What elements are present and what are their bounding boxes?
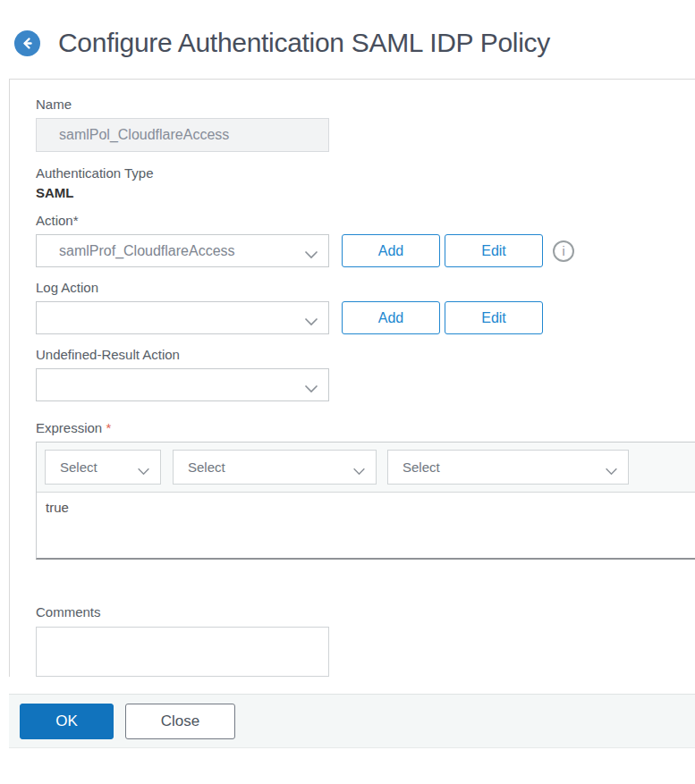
log-action-add-button[interactable]: Add (342, 301, 440, 334)
expression-select-1[interactable]: Select (45, 450, 161, 485)
expression-select-3[interactable]: Select (387, 450, 629, 485)
chevron-down-icon (304, 314, 318, 330)
comments-input[interactable] (36, 627, 329, 677)
expression-label: Expression * (36, 420, 695, 436)
log-action-edit-button[interactable]: Edit (445, 301, 543, 334)
action-select-value: samlProf_CloudflareAccess (59, 243, 235, 259)
page-title: Configure Authentication SAML IDP Policy (58, 28, 550, 58)
ok-button[interactable]: OK (20, 704, 114, 739)
chevron-down-icon (137, 463, 150, 478)
undefined-result-action-row (36, 368, 695, 401)
chevron-down-icon (304, 381, 318, 397)
action-edit-button[interactable]: Edit (445, 234, 543, 267)
info-icon[interactable]: i (553, 240, 574, 262)
expression-select-1-value: Select (60, 459, 97, 475)
undefined-result-action-select[interactable] (36, 368, 329, 401)
configure-saml-idp-policy-page: Configure Authentication SAML IDP Policy… (0, 0, 695, 784)
policy-form: Name Authentication Type SAML Action* sa… (10, 80, 695, 677)
expression-select-2-value: Select (188, 459, 225, 475)
expression-input[interactable]: true (37, 493, 695, 558)
back-button[interactable] (14, 30, 40, 56)
chevron-down-icon (304, 247, 318, 263)
log-action-row: Add Edit (36, 301, 695, 334)
close-button[interactable]: Close (125, 704, 235, 739)
form-panel: Name Authentication Type SAML Action* sa… (9, 79, 695, 677)
undefined-result-action-label: Undefined-Result Action (36, 347, 695, 363)
expression-toolbar: Select Select Select (37, 443, 695, 493)
footer-bar: OK Close (9, 694, 695, 748)
authentication-type-value: SAML (36, 185, 695, 201)
action-select[interactable]: samlProf_CloudflareAccess (36, 234, 329, 267)
chevron-down-icon (605, 463, 618, 478)
action-row: samlProf_CloudflareAccess Add Edit i (36, 234, 695, 267)
expression-label-text: Expression (36, 420, 106, 435)
action-add-button[interactable]: Add (342, 234, 440, 267)
page-header: Configure Authentication SAML IDP Policy (0, 0, 695, 58)
expression-select-2[interactable]: Select (173, 450, 377, 485)
action-label: Action* (36, 213, 695, 229)
name-input[interactable] (36, 118, 329, 152)
chevron-down-icon (352, 463, 366, 478)
back-arrow-icon (21, 37, 34, 50)
required-asterisk: * (106, 420, 111, 435)
name-label: Name (36, 97, 695, 113)
log-action-select[interactable] (36, 301, 329, 334)
expression-editor: Select Select Select (36, 442, 695, 560)
comments-label: Comments (36, 604, 695, 620)
log-action-label: Log Action (36, 280, 695, 296)
expression-select-3-value: Select (403, 459, 440, 475)
authentication-type-label: Authentication Type (36, 165, 695, 181)
